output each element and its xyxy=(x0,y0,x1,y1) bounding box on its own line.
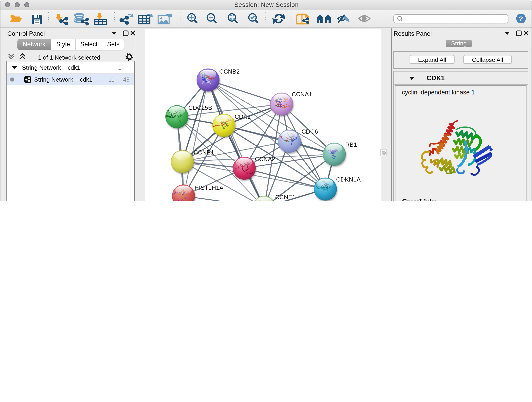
svg-text:CDKN1A: CDKN1A xyxy=(336,176,360,183)
svg-text:CCNA1: CCNA1 xyxy=(291,91,312,98)
svg-text:?: ? xyxy=(519,15,523,22)
svg-text:CCNB2: CCNB2 xyxy=(219,68,239,75)
svg-text:CCNE1: CCNE1 xyxy=(275,194,295,201)
svg-text:CDC6: CDC6 xyxy=(301,128,318,135)
svg-text:CCNB1: CCNB1 xyxy=(193,149,214,156)
svg-text:CDC25B: CDC25B xyxy=(188,104,212,111)
svg-text:CCNA2: CCNA2 xyxy=(254,156,275,162)
svg-text:RB1: RB1 xyxy=(345,141,357,148)
svg-text:HIST1H1A: HIST1H1A xyxy=(194,184,223,191)
svg-text:CDK1: CDK1 xyxy=(234,113,250,120)
